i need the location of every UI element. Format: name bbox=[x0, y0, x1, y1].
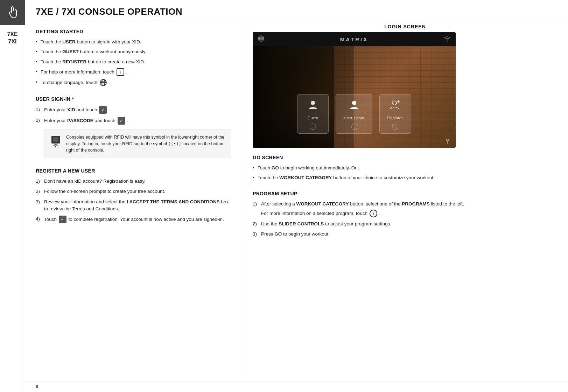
list-item: For help or more information, touch i . bbox=[36, 68, 231, 76]
page-footer: 8 bbox=[25, 381, 568, 392]
page-title: 7XE / 7XI CONSOLE OPERATION bbox=[36, 6, 558, 17]
program-setup-title: PROGRAM SETUP bbox=[253, 191, 558, 196]
two-col-layout: GETTING STARTED Touch the USER button to… bbox=[25, 20, 568, 381]
user-login-button[interactable]: User Login i bbox=[336, 94, 372, 134]
list-item: 2) Use the SLIDER CONTROLS to adjust you… bbox=[253, 220, 558, 227]
main-content: 7XE / 7XI CONSOLE OPERATION GETTING STAR… bbox=[25, 0, 568, 392]
user-sign-in-section: USER SIGN-IN * 1) Enter your XID and tou… bbox=[36, 96, 231, 158]
svg-point-15 bbox=[392, 101, 397, 105]
svg-rect-6 bbox=[53, 137, 58, 142]
touch-icon bbox=[5, 5, 20, 20]
list-item: 1) After selecting a WORKOUT CATEGORY bu… bbox=[253, 201, 558, 217]
sidebar-label: 7XE 7XI bbox=[7, 31, 17, 46]
ls-globe-icon bbox=[258, 35, 265, 44]
step-number: 1) bbox=[36, 106, 40, 113]
ls-rfid-corner-icon bbox=[444, 137, 451, 145]
svg-text:+: + bbox=[397, 99, 400, 104]
svg-point-13 bbox=[311, 101, 315, 105]
info-icon: i bbox=[117, 68, 124, 76]
list-item: 2) Follow the on-screen prompts to creat… bbox=[36, 188, 231, 195]
ls-topbar: MATRIX bbox=[253, 32, 456, 46]
guest-info-icon[interactable]: i bbox=[310, 124, 316, 130]
check-icon: ✓ bbox=[59, 216, 66, 223]
step-number: 1) bbox=[36, 178, 40, 185]
svg-point-14 bbox=[352, 101, 356, 105]
user-sign-in-title: USER SIGN-IN * bbox=[36, 96, 231, 102]
svg-point-12 bbox=[447, 41, 448, 41]
step-number: 2) bbox=[253, 220, 257, 227]
list-item: 4) Touch ✓ to complete registration. You… bbox=[36, 216, 231, 223]
check-icon: ✓ bbox=[99, 106, 107, 114]
step-number: 3) bbox=[36, 198, 40, 205]
list-item: Touch GO to begin working out immediatel… bbox=[253, 164, 558, 172]
ls-background: Guest i bbox=[253, 46, 456, 148]
go-screen-title: GO SCREEN bbox=[253, 155, 558, 160]
ls-topbar-title: MATRIX bbox=[340, 36, 368, 42]
register-new-user-section: REGISTER A NEW USER 1) Don't have an xID… bbox=[36, 168, 231, 223]
register-steps: 1) Don't have an xID account? Registrati… bbox=[36, 178, 231, 223]
rfid-note-box: Consoles equipped with RFID will have th… bbox=[44, 130, 231, 158]
getting-started-list: Touch the USER button to sign-in with yo… bbox=[36, 38, 231, 86]
list-item: 3) Press GO to begin your workout. bbox=[253, 231, 558, 238]
guest-button[interactable]: Guest i bbox=[297, 94, 329, 134]
page-header: 7XE / 7XI CONSOLE OPERATION bbox=[25, 0, 568, 20]
guest-icon bbox=[307, 99, 318, 113]
sidebar: 7XE 7XI bbox=[0, 0, 25, 392]
globe-icon bbox=[99, 79, 107, 86]
list-item: To change language, touch bbox=[36, 79, 231, 86]
right-column: LOGIN SCREEN bbox=[242, 20, 568, 381]
rfid-icon bbox=[49, 135, 62, 147]
list-item: 3) Review your information and select th… bbox=[36, 198, 231, 213]
step-number: 3) bbox=[253, 231, 257, 238]
list-item: Touch the WORKOUT CATEGORY button of you… bbox=[253, 174, 558, 181]
list-item: 2) Enter your PASSCODE and touch ✓ . bbox=[36, 117, 231, 125]
page-wrapper: 7XE 7XI 7XE / 7XI CONSOLE OPERATION GETT… bbox=[0, 0, 568, 392]
rfid-note-text: Consoles equipped with RFID will have th… bbox=[66, 134, 226, 154]
left-column: GETTING STARTED Touch the USER button to… bbox=[25, 20, 242, 381]
login-screen-image: MATRIX bbox=[253, 32, 456, 148]
step-number: 1) bbox=[253, 201, 257, 208]
guest-label: Guest bbox=[307, 116, 318, 120]
login-screen-title: LOGIN SCREEN bbox=[253, 24, 558, 29]
register-button[interactable]: + Register i bbox=[379, 94, 411, 134]
go-screen-list: Touch GO to begin working out immediatel… bbox=[253, 164, 558, 182]
getting-started-section: GETTING STARTED Touch the USER button to… bbox=[36, 29, 231, 86]
program-setup-section: PROGRAM SETUP 1) After selecting a WORKO… bbox=[253, 191, 558, 238]
sidebar-icon bbox=[0, 0, 25, 25]
step-number: 2) bbox=[36, 117, 40, 124]
list-item: 1) Don't have an xID account? Registrati… bbox=[36, 178, 231, 185]
list-item: 1) Enter your XID and touch ✓ . bbox=[36, 106, 231, 114]
register-info-icon[interactable]: i bbox=[392, 124, 398, 130]
check-icon: ✓ bbox=[118, 117, 125, 125]
sidebar-label-7xi: 7XI bbox=[7, 38, 17, 46]
step-number: 2) bbox=[36, 188, 40, 195]
getting-started-title: GETTING STARTED bbox=[36, 29, 231, 34]
register-new-user-title: REGISTER A NEW USER bbox=[36, 168, 231, 174]
step-number: 4) bbox=[36, 216, 40, 223]
info-circle-icon: i bbox=[370, 210, 377, 217]
user-login-info-icon[interactable]: i bbox=[351, 124, 357, 130]
list-item: Touch the USER button to sign-in with yo… bbox=[36, 38, 231, 46]
register-icon: + bbox=[390, 99, 401, 113]
register-label: Register bbox=[387, 116, 403, 120]
user-login-label: User Login bbox=[344, 116, 364, 120]
user-sign-in-steps: 1) Enter your XID and touch ✓ . 2) Enter… bbox=[36, 106, 231, 125]
program-setup-steps: 1) After selecting a WORKOUT CATEGORY bu… bbox=[253, 201, 558, 238]
svg-point-17 bbox=[447, 141, 448, 142]
sub-note: For more information on a selected progr… bbox=[261, 210, 558, 217]
go-screen-section: GO SCREEN Touch GO to begin working out … bbox=[253, 155, 558, 182]
login-screen-section: LOGIN SCREEN bbox=[253, 24, 558, 148]
list-item: Touch the REGISTER button to create a ne… bbox=[36, 58, 231, 65]
list-item: Touch the GUEST button to workout anonym… bbox=[36, 48, 231, 55]
ls-buttons-area: Guest i bbox=[253, 94, 456, 134]
user-login-icon bbox=[349, 99, 360, 113]
sidebar-label-7xe: 7XE bbox=[7, 31, 17, 38]
ls-wifi-icon bbox=[444, 36, 451, 43]
page-number: 8 bbox=[36, 384, 38, 389]
